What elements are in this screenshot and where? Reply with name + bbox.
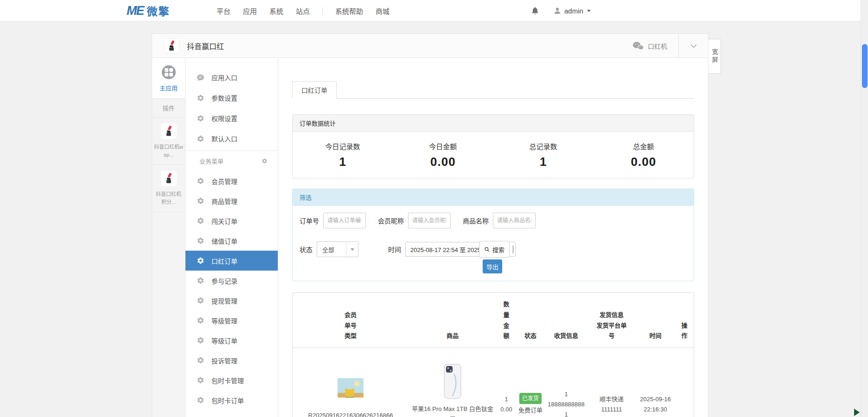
rail-plugin-points[interactable]: 抖音口红机积分... (152, 165, 185, 212)
table-header-row: 会员 单号 类型 商品 数 量 金 额 状态 收货信息 发货信息 发货平台单 号… (293, 293, 694, 348)
menu-item-label: 应用入口 (211, 73, 237, 82)
menu-item-complaint-mgmt[interactable]: 投诉管理 (185, 350, 278, 370)
product-name-input[interactable] (493, 213, 536, 228)
status-select-value: 全部 (317, 245, 346, 254)
cell-receiver-info: 1 18888888888 1 (545, 348, 587, 417)
menu-item-label: 提现管理 (211, 296, 237, 305)
menu-item-time-card-orders[interactable]: 包时卡订单 (185, 390, 278, 410)
col-time: 时间 (636, 293, 675, 348)
main-content: 口红订单 订单数据统计 今日记录数 1 今日金额 0.00 总记录数 1 总 (278, 58, 708, 417)
gear-icon (197, 217, 204, 225)
nav-item-sites[interactable]: 站点 (296, 6, 310, 16)
widescreen-toggle[interactable]: 宽屏 (708, 39, 721, 74)
wechat-icon (632, 41, 644, 51)
app-title: 抖音赢口红 (187, 40, 224, 51)
col-actions: 操 作 (675, 293, 694, 348)
order-no-input[interactable] (323, 213, 366, 228)
avatar-bear-image (338, 378, 364, 398)
text-cursor (513, 246, 513, 253)
channel-selector[interactable]: 口红机 (632, 41, 678, 51)
table-row: R202509162216306626216866 实体订单 苹果16 Pro … (293, 348, 694, 417)
corner-arrow-icon (854, 409, 860, 416)
col-qty-amount: 数 量 金 额 (497, 293, 516, 348)
tab-lipstick-orders[interactable]: 口红订单 (292, 81, 337, 99)
status-select[interactable]: 全部 (317, 241, 358, 257)
user-menu[interactable]: admin (553, 6, 591, 15)
menu-item-participation-records[interactable]: 参与记录 (185, 271, 278, 291)
export-button[interactable]: 导出 (483, 259, 502, 273)
weengine-logo[interactable]: ME 微擎 (127, 0, 170, 21)
status-label: 状态 (300, 245, 313, 254)
cell-shipping-info: 顺丰快递 1111111 (587, 348, 636, 417)
top-nav-links: 平台 应用 系统 站点 系统帮助 商城 (217, 0, 389, 21)
stat-today-amount: 今日金额 0.00 (393, 141, 493, 169)
app-header-controls: 口红机 (632, 34, 708, 57)
menu-section-business: 业务菜单 (185, 151, 278, 171)
plugin-name: 抖音口红机积分... (153, 190, 184, 206)
menu-item-param-settings[interactable]: 参数设置 (185, 88, 278, 108)
nickname-input[interactable] (408, 213, 451, 228)
menu-item-label: 商品管理 (211, 196, 237, 206)
caret-down-icon (351, 248, 354, 251)
stat-value: 1 (293, 155, 393, 169)
nav-item-system[interactable]: 系统 (269, 6, 283, 16)
main-app-label: 主应用 (152, 83, 185, 92)
time-label: 时间 (388, 245, 401, 254)
stat-value: 0.00 (393, 155, 493, 169)
cell-actions (675, 348, 694, 417)
filter-row-2: 状态 全部 时间 搜索 (300, 241, 516, 257)
collapse-header-button[interactable] (678, 34, 708, 57)
rail-plugin-wap[interactable]: 抖音口红机wap... (152, 118, 185, 165)
menu-item-label: 包时卡管理 (211, 376, 244, 385)
menu-item-product-mgmt[interactable]: 商品管理 (185, 191, 278, 211)
stat-label: 今日金额 (393, 141, 493, 151)
menu-item-stored-value-orders[interactable]: 储值订单 (185, 231, 278, 251)
nav-item-apps[interactable]: 应用 (243, 6, 257, 16)
menu-item-time-card-mgmt[interactable]: 包时卡管理 (185, 370, 278, 390)
menu-item-label: 会员管理 (211, 177, 237, 186)
nav-item-help[interactable]: 系统帮助 (335, 6, 363, 16)
notification-bell-icon[interactable] (531, 6, 539, 15)
product-name: 苹果16 Pro Max 1TB 白色钛金属 (410, 404, 495, 417)
gear-icon (197, 277, 204, 284)
search-button-label: 搜索 (492, 245, 504, 254)
nav-item-platform[interactable]: 平台 (217, 6, 230, 16)
page-scrollbar[interactable] (861, 0, 868, 417)
gear-icon (197, 356, 204, 364)
nav-item-store[interactable]: 商城 (376, 6, 389, 16)
menu-item-level-pass-orders[interactable]: 闯关订单 (185, 211, 278, 231)
menu-item-label: 口红订单 (211, 256, 237, 265)
app-header: 抖音赢口红 口红机 (152, 33, 708, 58)
menu-item-permission-settings[interactable]: 权限设置 (185, 108, 278, 128)
grid-icon (162, 65, 176, 79)
order-number: R202509162216306626216866 (304, 411, 397, 417)
product-name-label: 商品名称 (463, 216, 489, 225)
menu-item-withdrawal-mgmt[interactable]: 提现管理 (185, 291, 278, 310)
col-receiver-info: 收货信息 (545, 293, 587, 348)
menu-item-level-orders[interactable]: 等级订单 (185, 330, 278, 350)
gear-icon (197, 197, 204, 205)
rail-item-main-app[interactable]: 主应用 (152, 58, 185, 99)
gear-icon (197, 135, 204, 143)
scrollbar-thumb[interactable] (862, 44, 868, 88)
stat-value: 1 (493, 155, 594, 169)
menu-item-level-mgmt[interactable]: 等级管理 (185, 310, 278, 330)
tab-bar: 口红订单 (292, 81, 694, 99)
top-navbar: ME 微擎 平台 应用 系统 站点 系统帮助 商城 admin (0, 0, 861, 21)
menu-item-app-entry[interactable]: 应用入口 (185, 67, 278, 88)
menu-item-label: 权限设置 (211, 114, 237, 123)
lipstick-icon (166, 40, 178, 52)
gear-icon[interactable] (262, 158, 268, 164)
menu-item-default-entry[interactable]: 默认入口 (185, 128, 278, 149)
menu-item-lipstick-orders[interactable]: 口红订单 (185, 251, 278, 271)
cell-qty-amount: 1 0.00 (497, 348, 516, 417)
stats-body: 今日记录数 1 今日金额 0.00 总记录数 1 总金额 0.00 (293, 132, 694, 178)
gear-icon (197, 94, 204, 102)
menu-item-member-mgmt[interactable]: 会员管理 (185, 171, 278, 191)
search-button[interactable]: 搜索 (479, 241, 510, 258)
filter-panel-title: 筛选 (293, 189, 694, 206)
menu-item-label: 储值订单 (211, 236, 237, 246)
menu-item-label: 等级管理 (211, 316, 237, 325)
username: admin (564, 7, 583, 15)
menu-item-label: 投诉管理 (211, 356, 237, 365)
